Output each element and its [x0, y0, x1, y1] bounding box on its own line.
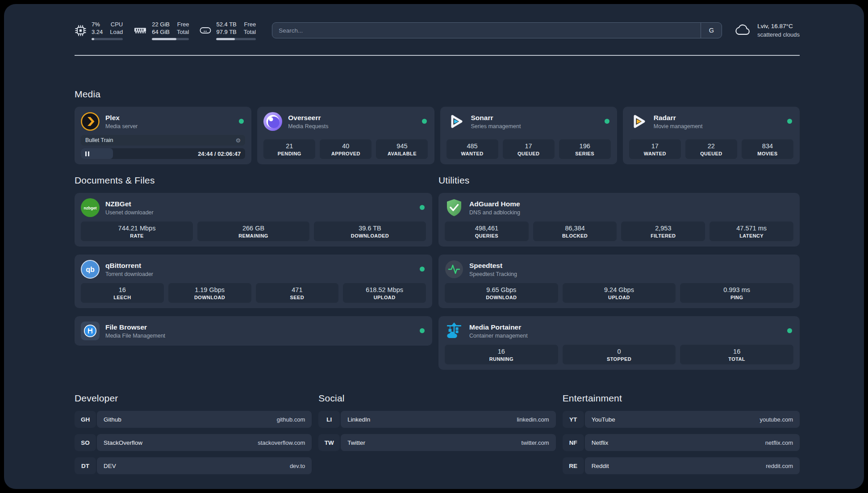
link-github[interactable]: Github github.com [97, 411, 312, 428]
section-title-social: Social [318, 393, 555, 404]
adguard-icon [445, 198, 463, 217]
cpu-widget: 7% 3.24 CPU Load [75, 21, 123, 40]
stat-box: 40 APPROVED [320, 139, 371, 159]
card-subtitle: Movie management [654, 123, 703, 130]
search-input[interactable] [272, 23, 701, 38]
link-stackoverflow[interactable]: StackOverflow stackoverflow.com [97, 434, 312, 451]
card-subtitle: DNS and adblocking [469, 209, 520, 216]
card-subtitle: Container management [469, 333, 528, 339]
section-utilities: Utilities [438, 175, 800, 370]
cpu-values: 7% 3.24 [92, 21, 103, 36]
status-dot [787, 119, 792, 124]
service-card-sonarr[interactable]: Sonarr Series management 485 WANTED 17 Q… [440, 107, 617, 164]
disk-icon [200, 25, 211, 35]
link-row-netflix: NF Netflix netflix.com [563, 434, 800, 451]
playback-time: 24:44 / 02:06:47 [198, 150, 241, 157]
card-subtitle: Media server [105, 123, 138, 130]
stat-box: 0 STOPPED [563, 345, 676, 364]
link-row-twitter: TW Twitter twitter.com [318, 434, 555, 451]
status-dot [420, 205, 425, 210]
stat-box: 9.65 Gbps DOWNLOAD [445, 283, 558, 303]
status-dot [420, 267, 425, 272]
link-linkedin[interactable]: LinkedIn linkedin.com [341, 411, 555, 428]
section-entertainment: Entertainment YT YouTube youtube.com NF … [563, 393, 800, 474]
cloud-icon [734, 24, 751, 37]
link-netflix[interactable]: Netflix netflix.com [585, 434, 800, 451]
card-title: Sonarr [471, 114, 521, 122]
overseerr-icon [263, 112, 282, 131]
card-title: NZBGet [105, 200, 154, 208]
weather-location: Lviv, 16.87°C [757, 23, 800, 29]
memory-progress-bar [152, 38, 189, 40]
link-badge: NF [563, 434, 584, 451]
section-developer: Developer GH Github github.com SO StackO… [75, 393, 312, 474]
search-bar: G [272, 22, 722, 38]
cpu-labels: CPU Load [110, 21, 123, 36]
pause-icon [85, 151, 89, 156]
link-twitter[interactable]: Twitter twitter.com [341, 434, 555, 451]
card-subtitle: Usenet downloader [105, 209, 154, 216]
status-dot [420, 328, 425, 333]
stat-box: 834 MOVIES [742, 139, 793, 159]
session-gear-icon: ⚙ [236, 138, 241, 143]
top-bar: 7% 3.24 CPU Load [75, 17, 800, 43]
cpu-icon [75, 25, 87, 37]
sonarr-icon [447, 112, 465, 131]
section-title-entertainment: Entertainment [563, 393, 800, 404]
stat-box: 9.24 Gbps UPLOAD [563, 283, 676, 303]
card-title: AdGuard Home [469, 200, 520, 208]
stat-box: 16 TOTAL [680, 345, 793, 364]
link-row-linkedin: LI LinkedIn linkedin.com [318, 411, 555, 428]
card-title: Plex [105, 114, 138, 122]
disk-values: 52.4 TB 97.9 TB [216, 21, 236, 36]
stat-box: 471 SEED [256, 283, 339, 303]
disk-labels: Free Total [244, 21, 256, 36]
stat-box: 618.52 Mbps UPLOAD [343, 283, 426, 303]
service-card-radarr[interactable]: Radarr Movie management 17 WANTED 22 QUE… [623, 107, 800, 164]
speedtest-icon [445, 260, 463, 279]
section-social: Social LI LinkedIn linkedin.com TW Twitt… [318, 393, 555, 451]
status-dot [422, 119, 427, 124]
link-row-stackoverflow: SO StackOverflow stackoverflow.com [75, 434, 312, 451]
stat-box: 485 WANTED [447, 139, 498, 159]
filebrowser-icon [81, 322, 100, 340]
link-row-reddit: RE Reddit reddit.com [563, 457, 800, 474]
stat-box: 196 SERIES [559, 139, 611, 159]
link-reddit[interactable]: Reddit reddit.com [585, 457, 800, 474]
link-badge: GH [75, 411, 96, 428]
service-card-filebrowser[interactable]: File Browser Media File Management [75, 316, 432, 346]
section-title-utilities: Utilities [438, 175, 800, 186]
section-title-documents: Documents & Files [75, 175, 432, 186]
card-subtitle: Media Requests [288, 123, 328, 130]
stat-box: 945 AVAILABLE [376, 139, 428, 159]
link-badge: TW [318, 434, 340, 451]
link-youtube[interactable]: YouTube youtube.com [585, 411, 800, 428]
weather-condition: scattered clouds [757, 31, 800, 38]
service-card-adguard[interactable]: AdGuard Home DNS and adblocking 498,461 … [438, 193, 800, 246]
playback-progress: 24:44 / 02:06:47 [81, 148, 245, 159]
service-card-plex[interactable]: Plex Media server Bullet Train ⚙ 24:44 /… [75, 107, 251, 164]
link-dev[interactable]: DEV dev.to [97, 457, 312, 474]
disk-progress-bar [216, 38, 256, 40]
service-card-nzbget[interactable]: nzbget NZBGet Usenet downloader 744. [75, 193, 432, 246]
stat-box: 22 QUEUED [685, 139, 737, 159]
service-card-portainer[interactable]: Media Portainer Container management 16 … [438, 316, 800, 370]
link-badge: SO [75, 434, 96, 451]
svg-text:nzbget: nzbget [84, 206, 97, 210]
stat-box: 2,953 FILTERED [621, 221, 705, 241]
header-divider [75, 55, 800, 56]
stat-box: 498,461 QUERIES [445, 221, 529, 241]
cpu-progress-bar [92, 38, 123, 40]
qbittorrent-icon: qb [81, 260, 100, 279]
card-subtitle: Speedtest Tracking [469, 271, 517, 277]
section-title-developer: Developer [75, 393, 312, 404]
search-engine-button[interactable]: G [701, 23, 722, 38]
card-subtitle: Media File Management [105, 333, 165, 339]
service-card-overseerr[interactable]: Overseerr Media Requests 21 PENDING 40 A… [257, 107, 434, 164]
service-card-qbittorrent[interactable]: qb qBittorrent Torrent downloader 16 [75, 255, 432, 308]
stat-box: 17 WANTED [629, 139, 681, 159]
link-row-youtube: YT YouTube youtube.com [563, 411, 800, 428]
service-card-speedtest[interactable]: Speedtest Speedtest Tracking 9.65 Gbps D… [438, 255, 800, 308]
link-badge: DT [75, 457, 96, 474]
card-title: Speedtest [469, 262, 517, 270]
